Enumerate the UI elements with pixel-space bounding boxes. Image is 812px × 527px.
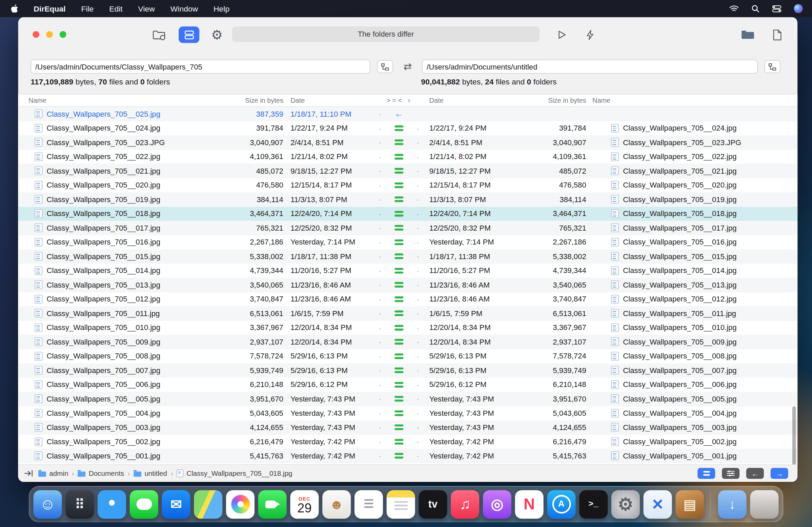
menu-item-edit[interactable]: Edit [109,4,123,13]
maps-icon[interactable] [194,490,222,518]
previous-difference-button[interactable]: ← [746,468,764,479]
table-row[interactable]: Classy_Wallpapers_705__016.jpg2,267,186Y… [18,235,797,249]
breadcrumb-item[interactable]: Documents [78,469,124,477]
file-date-right: 12/24/20, 7:14 PM [427,210,516,218]
table-row[interactable]: Classy_Wallpapers_705__012.jpg3,740,8471… [18,292,797,306]
header-comparison[interactable]: > = < ∨ [371,96,427,104]
menu-item-view[interactable]: View [138,4,155,13]
tv-icon[interactable]: tv [419,490,447,518]
file-date-left: 12/24/20, 7:14 PM [287,210,370,218]
breadcrumb-item[interactable]: Classy_Wallpapers_705__018.jpg [177,469,292,477]
header-name-right[interactable]: Name [590,96,787,104]
menu-item-window[interactable]: Window [171,4,198,13]
direqual-icon[interactable]: × [643,490,672,518]
header-date-left[interactable]: Date [287,96,370,104]
news-icon[interactable]: N [515,490,543,518]
table-row[interactable]: Classy_Wallpapers_705__006.jpg6,210,1485… [18,378,797,392]
control-center-icon[interactable] [772,5,782,12]
chevron-down-icon[interactable]: ∨ [407,97,411,103]
folder-icon [78,471,86,476]
swap-paths-icon[interactable]: ⇄ [393,61,422,73]
table-row[interactable]: Classy_Wallpapers_705__010.jpg3,367,9671… [18,321,797,335]
table-row[interactable]: Classy_Wallpapers_705__023.JPG3,040,9072… [18,135,797,149]
table-row[interactable]: Classy_Wallpapers_705__005.jpg3,951,670Y… [18,392,797,406]
table-row[interactable]: Classy_Wallpapers_705__002.jpg6,216,479Y… [18,435,797,448]
header-name-left[interactable]: Name [28,96,215,104]
table-row[interactable]: Classy_Wallpapers_705__003.jpg4,124,655Y… [18,420,797,435]
close-button[interactable] [32,31,39,38]
table-row[interactable]: Classy_Wallpapers_705__007.jpg5,939,7495… [18,363,797,378]
messages-icon[interactable] [130,490,158,518]
zoom-button[interactable] [60,31,67,38]
quick-sync-button[interactable] [580,26,600,43]
table-row[interactable]: Classy_Wallpapers_705__024.jpg391,7841/2… [18,121,797,135]
header-date-right[interactable]: Date [427,96,516,104]
table-row[interactable]: Classy_Wallpapers_705__011.jpg6,513,0611… [18,306,797,321]
right-choose-folder-button[interactable] [764,60,780,73]
table-row[interactable]: Classy_Wallpapers_705__020.jpg476,58012/… [18,178,797,192]
diff-count-right: · [408,437,427,446]
breadcrumb-item[interactable]: admin [38,469,68,477]
compare-button[interactable] [178,26,199,43]
left-choose-folder-button[interactable] [377,60,393,73]
siri-icon[interactable] [794,4,803,13]
file-date-right: 11/3/13, 8:07 PM [427,195,516,203]
header-size-left[interactable]: Size in bytes [215,96,287,104]
table-row[interactable]: Classy_Wallpapers_705__013.jpg3,540,0651… [18,278,797,292]
table-row[interactable]: Classy_Wallpapers_705__025.jpg387,3591/1… [18,107,797,121]
menu-item-file[interactable]: File [81,4,93,13]
table-row[interactable]: Classy_Wallpapers_705__009.jpg2,937,1071… [18,335,797,349]
vertical-scrollbar[interactable] [792,406,796,465]
file-icon [611,309,619,318]
photos-icon[interactable] [226,490,255,518]
report-button[interactable] [767,26,787,43]
table-row[interactable]: Classy_Wallpapers_705__022.jpg4,109,3611… [18,149,797,164]
music-icon[interactable]: ♫ [451,490,479,518]
file-icon [34,124,42,132]
facetime-icon[interactable] [258,490,287,518]
trash-icon[interactable] [750,490,779,518]
search-icon[interactable] [751,4,759,13]
show-equal-filter-button[interactable] [697,468,715,479]
terminal-icon[interactable]: >_ [579,490,608,518]
table-row[interactable]: Classy_Wallpapers_705__015.jpg5,338,0021… [18,249,797,264]
wifi-icon[interactable] [729,5,739,12]
mail-icon[interactable]: ✉ [162,490,190,518]
right-path-input[interactable] [422,60,757,74]
table-row[interactable]: Classy_Wallpapers_705__014.jpg4,739,3441… [18,264,797,278]
table-row[interactable]: Classy_Wallpapers_705__021.jpg485,0729/1… [18,164,797,178]
safari-icon[interactable] [98,490,126,518]
app-store-icon[interactable]: A [547,490,576,518]
reminders-icon[interactable]: ☰ [354,490,383,518]
finder-icon[interactable]: ☺ [33,490,62,518]
left-path-input[interactable] [30,60,370,74]
breadcrumb-item[interactable]: untitled [133,469,167,477]
notes-icon[interactable] [387,490,415,518]
run-comparison-button[interactable] [551,26,572,43]
diff-count-left: · [371,423,389,432]
table-row[interactable]: Classy_Wallpapers_705__001.jpg5,415,763Y… [18,448,797,463]
table-row[interactable]: Classy_Wallpapers_705__019.jpg384,11411/… [18,192,797,206]
settings-button[interactable]: ⚙ [207,26,228,43]
books-icon[interactable]: ▤ [676,490,704,518]
table-row[interactable]: Classy_Wallpapers_705__004.jpg5,043,605Y… [18,406,797,420]
open-folder-button[interactable] [737,26,758,43]
next-difference-button[interactable]: → [771,468,788,479]
downloads-icon[interactable]: ↓ [718,490,746,518]
calendar-icon[interactable]: DEC29 [290,490,319,518]
menu-item-help[interactable]: Help [214,4,229,13]
filter-options-button[interactable] [722,468,739,479]
table-row[interactable]: Classy_Wallpapers_705__008.jpg7,578,7245… [18,349,797,363]
menu-app-name[interactable]: DirEqual [33,4,66,13]
table-row[interactable]: Classy_Wallpapers_705__017.jpg765,32112/… [18,221,797,235]
launchpad-icon[interactable]: ⠿ [66,490,94,518]
reveal-folder-button[interactable] [149,26,170,43]
contacts-icon[interactable]: ☻ [322,490,351,518]
settings-icon[interactable]: ⚙ [611,490,640,518]
apple-menu-icon[interactable] [11,4,18,13]
header-size-right[interactable]: Size in bytes [515,96,590,104]
goto-icon[interactable] [25,470,33,477]
podcasts-icon[interactable]: ◎ [483,490,511,518]
minimize-button[interactable] [46,31,53,38]
table-row[interactable]: Classy_Wallpapers_705__018.jpg3,464,3711… [18,206,797,221]
